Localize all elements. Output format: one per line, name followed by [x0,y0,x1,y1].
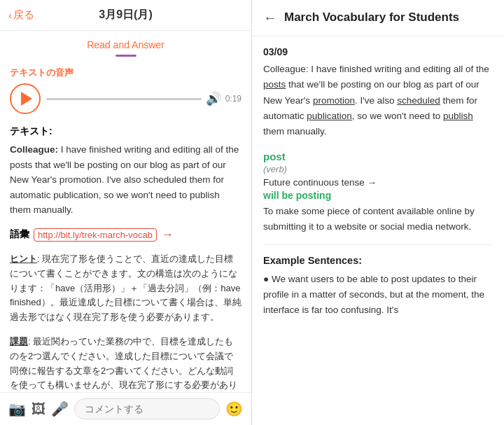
task-text: 課題: 最近関わっていた業務の中で、目標を達成したものを2つ選んでください。達成… [10,335,241,392]
comment-input[interactable] [74,398,220,419]
vocab-label: 語彙 [10,228,29,241]
audio-bar-container: 🔊 0:19 [46,91,241,106]
volume-icon[interactable]: 🔊 [206,91,221,106]
right-panel: ← March Vocabulary for Students 03/09 Co… [252,0,504,425]
passage-text: Colleague: I have finished writing and e… [263,62,493,139]
back-button[interactable]: ‹ 戻る [8,8,34,22]
text-content: Colleague: I have finished writing and e… [10,142,241,218]
word-definition: To make some piece of content available … [263,204,493,234]
back-chevron-icon: ‹ [8,9,12,21]
task-label: 課題 [10,336,28,347]
camera-icon[interactable]: 📷 [8,400,26,417]
left-panel: ‹ 戻る 3月9日(月) Read and Answer テキストの音声 🔊 0… [0,0,252,425]
page-title: 3月9日(月) [99,8,152,22]
text-section-title: テキスト: [10,125,241,138]
read-answer-label: Read and Answer [10,39,241,50]
example-title: Example Sentences: [263,255,493,266]
word-highlight: will be posting [263,190,493,201]
text-bold-start: Colleague: [10,144,58,155]
left-header: ‹ 戻る 3月9日(月) [0,0,251,31]
vocab-section: 語彙 http://bit.ly/trek-march-vocab → [10,228,241,242]
mic-icon[interactable]: 🎤 [51,400,69,417]
right-back-button[interactable]: ← [263,10,277,26]
play-button[interactable] [10,83,41,114]
play-icon [21,92,32,106]
hint-text: ヒント: 現在完了形を使うことで、直近の達成した目標について書くことができます。… [10,252,241,325]
text-body: I have finished writing and editing all … [10,144,239,215]
right-content: 03/09 Colleague: I have finished writing… [252,36,504,425]
example-text: ● We want users to be able to post updat… [263,272,493,319]
image-icon[interactable]: 🖼 [31,401,46,417]
right-header: ← March Vocabulary for Students [252,0,504,36]
hint-body: : 現在完了形を使うことで、直近の達成した目標について書くことができます。文の構… [10,253,241,322]
hint-label: ヒント [10,253,37,264]
audio-time: 0:19 [225,94,241,104]
word-tense: Future continuous tense → [263,177,493,188]
right-title: March Vocabulary for Students [284,10,459,25]
word-title: post [263,151,493,162]
back-label[interactable]: 戻る [13,8,34,22]
hint-section: ヒント: 現在完了形を使うことで、直近の達成した目標について書くことができます。… [10,252,241,325]
task-body: : 最近関わっていた業務の中で、目標を達成したものを2つ選んでください。達成した… [10,336,237,392]
emoji-icon[interactable]: 🙂 [225,400,243,417]
audio-player: 🔊 0:19 [10,83,241,114]
audio-progress-bar[interactable] [46,98,202,100]
word-entry: post (verb) Future continuous tense → wi… [263,151,493,244]
word-pos: (verb) [263,164,493,174]
vocab-link[interactable]: http://bit.ly/trek-march-vocab [34,228,157,242]
audio-section-label: テキストの音声 [10,67,241,79]
divider-bar [115,55,136,57]
vocab-arrow-icon: → [161,228,174,242]
task-section: 課題: 最近関わっていた業務の中で、目標を達成したものを2つ選んでください。達成… [10,335,241,392]
left-content: Read and Answer テキストの音声 🔊 0:19 テキスト: Col… [0,31,251,392]
date-label: 03/09 [263,46,493,57]
left-footer: 📷 🖼 🎤 🙂 [0,392,251,425]
